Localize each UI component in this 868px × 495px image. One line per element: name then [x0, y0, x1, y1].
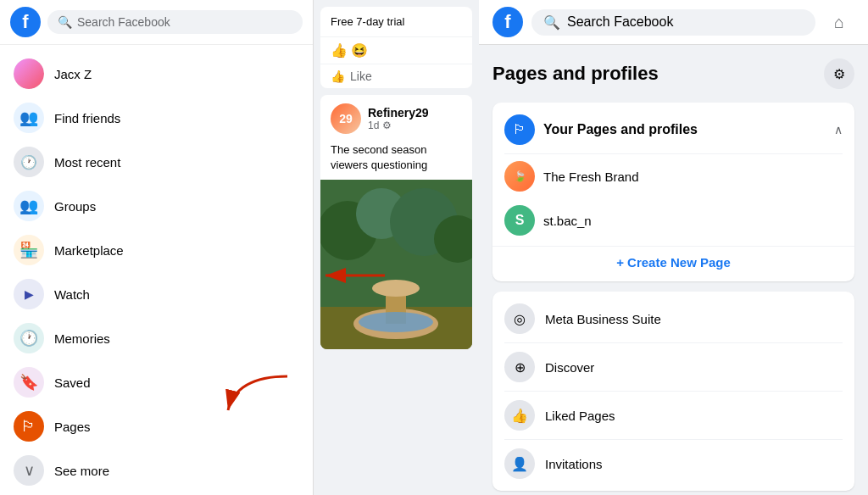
feed-post2: 29 Refinery29 1d ⚙ The second season vie…	[320, 95, 472, 349]
nav-label-memories: Memories	[54, 331, 110, 346]
invitations-icon: 👤	[504, 448, 535, 479]
center-panel: Free 7-day trial 👍 😆 👍 Like 29 Refinery2…	[314, 0, 479, 495]
groups-icon: 👥	[14, 191, 44, 221]
create-new-page-button[interactable]: + Create New Page	[492, 246, 854, 278]
gear-button[interactable]: ⚙	[824, 58, 854, 89]
nav-item-jacxz[interactable]: Jacx Z	[3, 52, 309, 96]
right-search-placeholder: Search Facebook	[567, 14, 673, 30]
fresh-brand-avatar: 🍃	[504, 161, 535, 192]
post2-avatar: 29	[331, 103, 361, 134]
left-header: f 🔍 Search Facebook	[0, 0, 313, 45]
nav-item-see-more[interactable]: ∨ See more	[3, 448, 309, 492]
saved-icon: 🔖	[14, 367, 44, 398]
post2-time-text: 1d	[368, 120, 379, 131]
stbacn-item[interactable]: S st.bac_n	[492, 198, 854, 242]
nav-item-memories[interactable]: 🕐 Memories	[3, 316, 309, 360]
like-emoji: 👍	[331, 42, 348, 58]
your-pages-header[interactable]: 🏳 Your Pages and profiles ∧	[492, 106, 854, 153]
post2-name: Refinery29	[368, 106, 462, 120]
nav-item-find-friends[interactable]: 👥 Find friends	[3, 96, 309, 140]
nav-item-marketplace[interactable]: 🏪 Marketplace	[3, 228, 309, 272]
flag-icon: 🏳	[504, 114, 535, 145]
stbacn-name: st.bac_n	[543, 214, 592, 228]
post2-image	[320, 180, 472, 349]
right-search-icon: 🔍	[543, 14, 560, 31]
svg-point-9	[372, 280, 420, 297]
nav-label-pages: Pages	[54, 420, 91, 434]
post2-time: 1d ⚙	[368, 120, 462, 131]
right-panel: f 🔍 Search Facebook ⌂ Pages and profiles…	[479, 0, 868, 495]
memories-icon: 🕐	[14, 323, 44, 353]
left-panel: f 🔍 Search Facebook Jacx Z 👥 Find friend…	[0, 0, 314, 495]
nav-label-jacxz: Jacx Z	[54, 67, 92, 81]
svg-point-10	[359, 312, 433, 332]
meta-business-icon: ◎	[504, 303, 535, 334]
menu-item-invitations[interactable]: 👤 Invitations	[492, 440, 854, 487]
nav-item-groups[interactable]: 👥 Groups	[3, 184, 309, 228]
menu-item-meta-business[interactable]: ◎ Meta Business Suite	[492, 295, 854, 342]
nav-item-most-recent[interactable]: 🕐 Most recent	[3, 140, 309, 184]
menu-section: ◎ Meta Business Suite ⊕ Discover 👍 Liked…	[492, 292, 854, 491]
haha-emoji: 😆	[351, 42, 368, 58]
your-pages-title: Your Pages and profiles	[543, 122, 826, 137]
menu-label-discover: Discover	[545, 360, 594, 375]
avatar-image	[14, 58, 44, 89]
post2-meta: Refinery29 1d ⚙	[368, 106, 462, 131]
search-icon: 🔍	[58, 15, 72, 29]
pages-header: Pages and profiles ⚙	[492, 58, 854, 89]
left-nav-list: Jacx Z 👥 Find friends 🕐 Most recent 👥 Gr…	[0, 45, 313, 495]
nav-item-pages[interactable]: 🏳 Pages	[3, 404, 309, 448]
pages-title: Pages and profiles	[492, 63, 659, 85]
like-label: Like	[350, 70, 372, 83]
your-pages-section: 🏳 Your Pages and profiles ∧ 🍃 The Fresh …	[492, 103, 854, 281]
nav-label-marketplace: Marketplace	[54, 243, 124, 258]
nav-label-see-more: See more	[54, 464, 109, 478]
trial-feed-item: Free 7-day trial 👍 😆 👍 Like	[320, 7, 472, 88]
menu-item-liked-pages[interactable]: 👍 Liked Pages	[492, 392, 854, 439]
feed-reactions: 👍 😆	[320, 37, 472, 64]
menu-label-invitations: Invitations	[545, 457, 603, 471]
left-search-bar[interactable]: 🔍 Search Facebook	[47, 10, 303, 34]
chevron-up-icon: ∧	[834, 123, 843, 136]
facebook-logo: f	[10, 7, 41, 37]
create-new-page-label: + Create New Page	[616, 255, 731, 270]
nav-item-watch[interactable]: ▶ Watch	[3, 272, 309, 316]
discover-icon: ⊕	[504, 352, 535, 382]
nav-label-watch: Watch	[54, 287, 90, 302]
home-outline-icon[interactable]: ⌂	[824, 7, 854, 37]
nav-label-find-friends: Find friends	[54, 111, 120, 125]
left-search-placeholder: Search Facebook	[77, 15, 170, 29]
menu-label-liked-pages: Liked Pages	[545, 409, 615, 423]
post2-settings-icon: ⚙	[382, 120, 392, 131]
nav-item-saved[interactable]: 🔖 Saved	[3, 360, 309, 404]
post2-header: 29 Refinery29 1d ⚙	[320, 95, 472, 142]
right-fb-logo: f	[492, 7, 523, 37]
pages-icon: 🏳	[14, 411, 44, 442]
right-search-bar[interactable]: 🔍 Search Facebook	[531, 9, 815, 36]
find-friends-icon: 👥	[14, 103, 44, 133]
menu-item-discover[interactable]: ⊕ Discover	[492, 343, 854, 391]
feed-like-action[interactable]: 👍 Like	[320, 64, 472, 88]
fresh-brand-name: The Fresh Brand	[543, 170, 639, 184]
nav-label-most-recent: Most recent	[54, 155, 120, 170]
nav-label-groups: Groups	[54, 199, 96, 214]
like-icon: 👍	[331, 70, 345, 83]
nav-label-saved: Saved	[54, 375, 91, 390]
fresh-brand-item[interactable]: 🍃 The Fresh Brand	[492, 154, 854, 198]
most-recent-icon: 🕐	[14, 147, 44, 177]
marketplace-icon: 🏪	[14, 235, 44, 265]
menu-label-meta-business: Meta Business Suite	[545, 312, 661, 326]
see-more-icon: ∨	[14, 455, 44, 486]
right-header: f 🔍 Search Facebook ⌂	[479, 0, 868, 45]
trial-text: Free 7-day trial	[320, 7, 472, 37]
post2-content: The second season viewers questioning	[320, 142, 472, 180]
stbacn-avatar: S	[504, 205, 535, 236]
watch-icon: ▶	[14, 279, 44, 309]
user-avatar	[14, 58, 44, 89]
liked-pages-icon: 👍	[504, 400, 535, 431]
right-content: Pages and profiles ⚙ 🏳 Your Pages and pr…	[479, 45, 868, 495]
